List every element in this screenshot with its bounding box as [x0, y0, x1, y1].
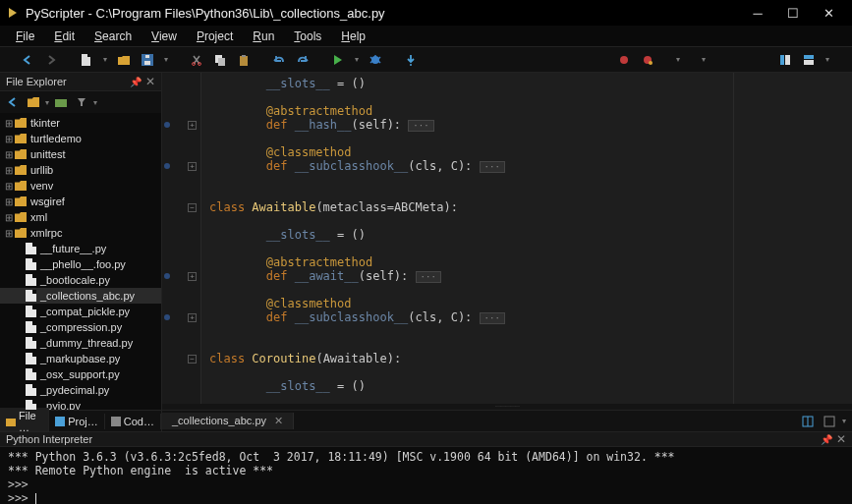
toolbar-dropdown-1[interactable]: ▾: [673, 55, 683, 64]
interpreter-pin-icon[interactable]: 📌: [821, 434, 832, 445]
cut-button[interactable]: [187, 50, 206, 70]
code-view[interactable]: __slots__ = () @abstractmethod def __has…: [201, 73, 852, 404]
file-tree[interactable]: ⊞tkinter⊞turtledemo⊞unittest⊞urllib⊞venv…: [0, 113, 161, 410]
svg-rect-16: [780, 55, 784, 65]
fold-icon[interactable]: +: [188, 272, 197, 281]
file-_compat_pickle-py[interactable]: _compat_pickle.py: [0, 304, 161, 319]
panel-close-icon[interactable]: ✕: [145, 75, 155, 88]
file-_osx_support-py[interactable]: _osx_support.py: [0, 366, 161, 382]
console[interactable]: *** Python 3.6.3 (v3.6.3:2c5fed8, Oct 3 …: [0, 447, 852, 504]
run-dropdown[interactable]: ▾: [352, 55, 362, 64]
toolbar-dropdown-2[interactable]: ▾: [699, 55, 709, 64]
back-button[interactable]: [18, 50, 37, 70]
file-__phello__-foo-py[interactable]: __phello__.foo.py: [0, 256, 161, 272]
save-button[interactable]: [138, 50, 157, 70]
sidebar-tabs: File … Proj… Cod…: [0, 410, 161, 431]
menu-tools[interactable]: Tools: [284, 28, 331, 45]
menubar: FileEditSearchViewProjectRunToolsHelp: [0, 26, 852, 47]
svg-rect-20: [55, 99, 67, 107]
layout-button-1[interactable]: [775, 50, 795, 70]
file-_compression-py[interactable]: _compression.py: [0, 319, 161, 335]
redo-button[interactable]: [293, 50, 312, 70]
tab-code[interactable]: Cod…: [105, 414, 161, 429]
nav-folder-button[interactable]: [52, 93, 70, 111]
nav-dropdown[interactable]: ▾: [45, 98, 49, 107]
editor-options-button[interactable]: [821, 413, 838, 430]
interpreter-header: Python Interpreter 📌 ✕: [0, 432, 852, 447]
open-file-button[interactable]: [114, 50, 134, 70]
file-__future__-py[interactable]: __future__.py: [0, 241, 161, 256]
editor-options-dropdown[interactable]: ▾: [842, 417, 846, 425]
folder-unittest[interactable]: ⊞unittest: [0, 146, 161, 162]
menu-help[interactable]: Help: [331, 28, 375, 45]
stop-recording-button[interactable]: [614, 50, 634, 70]
menu-edit[interactable]: Edit: [44, 28, 85, 45]
new-file-dropdown[interactable]: ▾: [100, 55, 110, 64]
folder-tkinter[interactable]: ⊞tkinter: [0, 115, 161, 131]
menu-run[interactable]: Run: [243, 28, 284, 45]
file-_bootlocale-py[interactable]: _bootlocale.py: [0, 272, 161, 288]
expand-icon[interactable]: ⊞: [4, 212, 14, 223]
breakpoint-dot[interactable]: [164, 122, 170, 128]
folder-wsgiref[interactable]: ⊞wsgiref: [0, 194, 161, 209]
run-button[interactable]: [328, 50, 348, 70]
maximize-button[interactable]: ☐: [775, 2, 811, 24]
save-dropdown[interactable]: ▾: [161, 55, 171, 64]
expand-icon[interactable]: ⊞: [4, 134, 14, 144]
editor-split-button[interactable]: [799, 413, 817, 430]
folder-xmlrpc[interactable]: ⊞xmlrpc: [0, 225, 161, 241]
menu-search[interactable]: Search: [85, 28, 142, 45]
expand-icon[interactable]: ⊞: [4, 181, 14, 192]
tab-close-icon[interactable]: ✕: [274, 415, 283, 426]
folder-urllib[interactable]: ⊞urllib: [0, 162, 161, 178]
step-into-button[interactable]: [401, 50, 421, 70]
paste-button[interactable]: [234, 50, 254, 70]
fold-icon[interactable]: −: [188, 203, 197, 212]
svg-rect-22: [55, 417, 65, 426]
expand-icon[interactable]: ⊞: [4, 149, 14, 160]
breakpoint-button[interactable]: [638, 50, 657, 70]
file-_dummy_thread-py[interactable]: _dummy_thread.py: [0, 335, 161, 351]
undo-button[interactable]: [269, 50, 289, 70]
fold-icon[interactable]: +: [188, 313, 197, 322]
folder-turtledemo[interactable]: ⊞turtledemo: [0, 131, 161, 146]
fold-icon[interactable]: +: [188, 162, 197, 171]
pin-icon[interactable]: 📌: [130, 77, 142, 87]
debug-button[interactable]: [366, 50, 385, 70]
breakpoint-dot[interactable]: [164, 163, 170, 169]
nav-back-button[interactable]: [4, 93, 22, 111]
nav-up-button[interactable]: [25, 93, 42, 111]
file-_collections_abc-py[interactable]: _collections_abc.py: [0, 288, 161, 304]
interpreter-close-icon[interactable]: ✕: [836, 432, 846, 446]
copy-button[interactable]: [210, 50, 230, 70]
menu-project[interactable]: Project: [187, 28, 243, 45]
gutter[interactable]: ++−++−+++: [162, 73, 201, 404]
layout-dropdown[interactable]: ▾: [823, 55, 832, 64]
layout-button-2[interactable]: [799, 50, 819, 70]
menu-file[interactable]: File: [6, 28, 44, 45]
minimize-button[interactable]: ─: [740, 2, 775, 24]
editor-tab-active[interactable]: _collections_abc.py✕: [162, 413, 294, 429]
folder-venv[interactable]: ⊞venv: [0, 178, 161, 194]
breakpoint-dot[interactable]: [164, 273, 170, 279]
menu-view[interactable]: View: [142, 28, 187, 45]
fold-icon[interactable]: +: [188, 121, 197, 130]
expand-icon[interactable]: ⊞: [4, 196, 14, 207]
file-_pydecimal-py[interactable]: _pydecimal.py: [0, 382, 161, 398]
file-_markupbase-py[interactable]: _markupbase.py: [0, 351, 161, 366]
tab-project[interactable]: Proj…: [49, 414, 105, 429]
new-file-button[interactable]: [77, 50, 96, 70]
filter-dropdown[interactable]: ▾: [93, 98, 97, 107]
expand-icon[interactable]: ⊞: [4, 118, 14, 129]
close-button[interactable]: ✕: [811, 2, 846, 24]
svg-rect-10: [242, 55, 246, 57]
fold-icon[interactable]: −: [188, 355, 197, 364]
svg-rect-4: [145, 55, 149, 58]
folder-xml[interactable]: ⊞xml: [0, 209, 161, 225]
breakpoint-dot[interactable]: [164, 314, 170, 320]
expand-icon[interactable]: ⊞: [4, 165, 14, 176]
file-_pyio-py[interactable]: _pyio.py: [0, 398, 161, 410]
forward-button[interactable]: [41, 50, 61, 70]
expand-icon[interactable]: ⊞: [4, 228, 14, 239]
filter-button[interactable]: [73, 93, 90, 111]
